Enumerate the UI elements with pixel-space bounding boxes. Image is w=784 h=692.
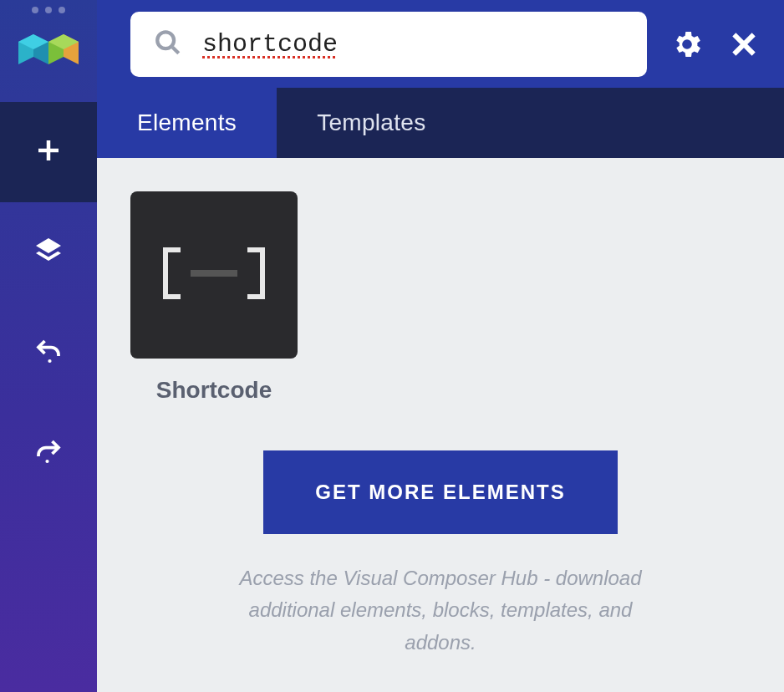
search-input[interactable] <box>202 30 624 59</box>
svg-point-7 <box>45 460 48 463</box>
hub-section: GET MORE ELEMENTS Access the Visual Comp… <box>130 450 751 659</box>
get-more-elements-button[interactable]: GET MORE ELEMENTS <box>263 450 617 534</box>
close-icon <box>727 28 761 61</box>
window-dots <box>32 7 65 13</box>
gear-icon <box>670 28 704 61</box>
tab-elements[interactable]: Elements <box>97 88 277 158</box>
svg-point-6 <box>48 359 51 363</box>
content-area: Shortcode GET MORE ELEMENTS Access the V… <box>97 158 784 692</box>
elements-grid: Shortcode <box>130 191 751 404</box>
undo-icon <box>33 336 64 369</box>
close-button[interactable] <box>727 28 761 61</box>
hub-description: Access the Visual Composer Hub - downloa… <box>223 562 658 659</box>
element-thumbnail <box>130 191 298 359</box>
layers-icon <box>33 236 64 269</box>
settings-button[interactable] <box>670 28 704 61</box>
main-panel: Elements Templates Shortcode GET M <box>97 0 784 692</box>
redo-button[interactable] <box>0 403 97 503</box>
panel-header <box>97 0 784 88</box>
search-icon <box>154 28 182 60</box>
redo-icon <box>33 436 64 470</box>
left-sidebar <box>0 0 97 692</box>
tab-templates[interactable]: Templates <box>277 88 466 158</box>
element-card-shortcode[interactable]: Shortcode <box>130 191 298 404</box>
undo-button[interactable] <box>0 303 97 403</box>
add-element-button[interactable] <box>0 102 97 202</box>
plus-icon <box>33 135 64 169</box>
shortcode-icon <box>155 240 272 310</box>
element-label: Shortcode <box>130 377 298 404</box>
tab-bar: Elements Templates <box>97 88 784 158</box>
app-logo <box>18 27 79 72</box>
search-box <box>130 12 647 77</box>
svg-point-8 <box>157 32 174 48</box>
layers-button[interactable] <box>0 202 97 303</box>
